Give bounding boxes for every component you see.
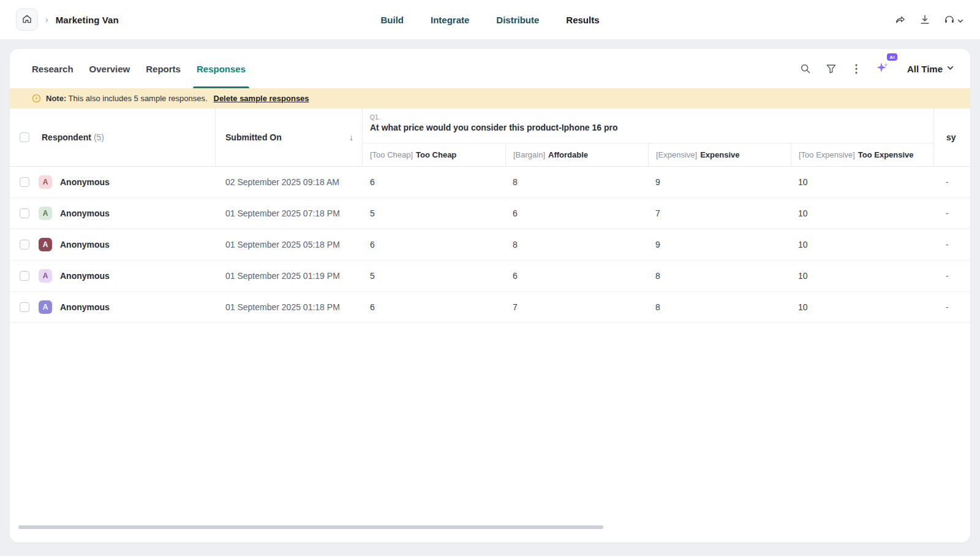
chevron-down-icon: [946, 63, 954, 74]
results-card: Research Overview Reports Responses ⋮: [10, 49, 970, 543]
sort-descending-icon[interactable]: ↓: [349, 132, 353, 142]
banner-note-prefix: Note:: [46, 94, 66, 103]
answer-cell: 5: [363, 208, 505, 218]
answer-cell: 8: [648, 302, 791, 312]
overflow-cell: -: [933, 240, 970, 249]
tab-research[interactable]: Research: [32, 49, 74, 88]
respondent-cell: A Anonymous: [10, 175, 216, 189]
sample-responses-banner: Note: This also includes 5 sample respon…: [10, 88, 970, 109]
answer-cell: 8: [505, 240, 648, 249]
question-text: At what price would you consider this pr…: [370, 123, 926, 132]
banner-text: Note: This also includes 5 sample respon…: [46, 94, 208, 103]
answer-cell: 9: [648, 240, 791, 249]
respondent-name: Anonymous: [60, 208, 110, 218]
row-checkbox[interactable]: [20, 271, 29, 281]
time-filter-dropdown[interactable]: All Time: [907, 63, 954, 74]
answer-cell: 7: [648, 208, 791, 218]
avatar: A: [39, 300, 52, 314]
table-header: Respondent(5) Submitted On ↓ Q1. At what…: [10, 109, 970, 167]
overflow-cell: -: [933, 302, 970, 312]
answer-cell: 6: [505, 208, 648, 218]
answer-cell: 6: [363, 177, 505, 187]
page-title: Marketing Van: [56, 15, 119, 25]
nav-results[interactable]: Results: [566, 15, 599, 25]
responses-toolbar: ⋮ AI All Time: [799, 60, 954, 77]
answer-cell: 6: [363, 240, 505, 249]
submitted-on-cell: 02 September 2025 09:18 AM: [216, 177, 363, 187]
answer-cell: 6: [505, 271, 648, 281]
respondent-header-cell: Respondent(5): [10, 109, 216, 166]
row-checkbox[interactable]: [20, 302, 29, 312]
submitted-on-header-cell: Submitted On ↓: [216, 109, 363, 166]
answer-cell: 9: [648, 177, 791, 187]
more-options-icon[interactable]: ⋮: [851, 63, 862, 74]
respondent-count: (5): [94, 132, 104, 142]
respondent-name: Anonymous: [60, 302, 110, 312]
submitted-on-cell: 01 September 2025 01:18 PM: [216, 302, 363, 312]
flash-icon: [32, 94, 41, 103]
share-icon[interactable]: [894, 13, 907, 26]
table-row[interactable]: A Anonymous 01 September 2025 05:18 PM 6…: [10, 229, 970, 261]
answer-cell: 10: [791, 240, 933, 249]
table-row[interactable]: A Anonymous 01 September 2025 01:19 PM 5…: [10, 261, 970, 292]
ai-assistant-button[interactable]: AI: [875, 60, 890, 77]
topbar-actions: [894, 13, 964, 26]
overflow-cell: -: [933, 271, 970, 281]
table-row[interactable]: A Anonymous 01 September 2025 01:18 PM 6…: [10, 292, 970, 323]
submitted-on-label: Submitted On: [225, 132, 282, 142]
submitted-on-cell: 01 September 2025 05:18 PM: [216, 240, 363, 249]
horizontal-scrollbar[interactable]: [18, 525, 603, 529]
avatar: A: [39, 207, 52, 220]
respondent-cell: A Anonymous: [10, 207, 216, 220]
respondent-name: Anonymous: [60, 271, 110, 281]
row-checkbox[interactable]: [20, 240, 29, 249]
submitted-on-cell: 01 September 2025 07:18 PM: [216, 208, 363, 218]
sparkle-icon: [875, 60, 890, 75]
table-body: A Anonymous 02 September 2025 09:18 AM 6…: [10, 167, 970, 323]
answer-cell: 5: [363, 271, 505, 281]
time-filter-label: All Time: [907, 64, 943, 74]
breadcrumb-separator: ›: [45, 15, 48, 25]
avatar: A: [39, 238, 52, 251]
subheader-too-expensive: [Too Expensive] Too Expensive: [791, 143, 933, 166]
question-title: Q1. At what price would you consider thi…: [363, 109, 933, 143]
answer-cell: 7: [505, 302, 648, 312]
submitted-on-cell: 01 September 2025 01:19 PM: [216, 271, 363, 281]
tab-reports[interactable]: Reports: [146, 49, 181, 88]
select-all-checkbox[interactable]: [20, 132, 29, 142]
nav-build[interactable]: Build: [380, 15, 404, 25]
question-subheaders: [Too Cheap] Too Cheap [Bargain] Affordab…: [363, 143, 933, 166]
support-menu[interactable]: [943, 13, 964, 26]
headset-icon: [943, 13, 956, 26]
nav-integrate[interactable]: Integrate: [431, 15, 469, 25]
delete-sample-responses-link[interactable]: Delete sample responses: [214, 94, 309, 103]
table-row[interactable]: A Anonymous 02 September 2025 09:18 AM 6…: [10, 167, 970, 198]
table-row[interactable]: A Anonymous 01 September 2025 07:18 PM 5…: [10, 198, 970, 229]
tabs-row: Research Overview Reports Responses ⋮: [10, 49, 970, 88]
download-icon[interactable]: [919, 13, 931, 26]
overflow-cell: -: [933, 208, 970, 218]
responses-table: Respondent(5) Submitted On ↓ Q1. At what…: [10, 109, 970, 543]
next-question-header-clipped: sy: [933, 109, 970, 166]
tab-overview[interactable]: Overview: [89, 49, 130, 88]
question-number: Q1.: [370, 114, 926, 121]
nav-distribute[interactable]: Distribute: [496, 15, 539, 25]
tab-responses[interactable]: Responses: [197, 49, 246, 88]
respondent-cell: A Anonymous: [10, 300, 216, 314]
answer-cell: 10: [791, 271, 933, 281]
top-navigation: Build Integrate Distribute Results: [380, 0, 599, 39]
filter-icon[interactable]: [825, 63, 837, 75]
row-checkbox[interactable]: [20, 208, 29, 218]
respondent-name: Anonymous: [60, 240, 110, 249]
home-icon: [21, 13, 32, 26]
row-checkbox[interactable]: [20, 177, 29, 187]
overflow-cell: -: [933, 177, 970, 187]
avatar: A: [39, 175, 52, 189]
home-button[interactable]: [16, 9, 38, 31]
answer-cell: 6: [363, 302, 505, 312]
answer-cell: 10: [791, 208, 933, 218]
tabs: Research Overview Reports Responses: [32, 49, 246, 88]
banner-note-body: This also includes 5 sample responses.: [69, 94, 208, 103]
respondent-name: Anonymous: [60, 177, 110, 187]
search-icon[interactable]: [799, 63, 812, 75]
